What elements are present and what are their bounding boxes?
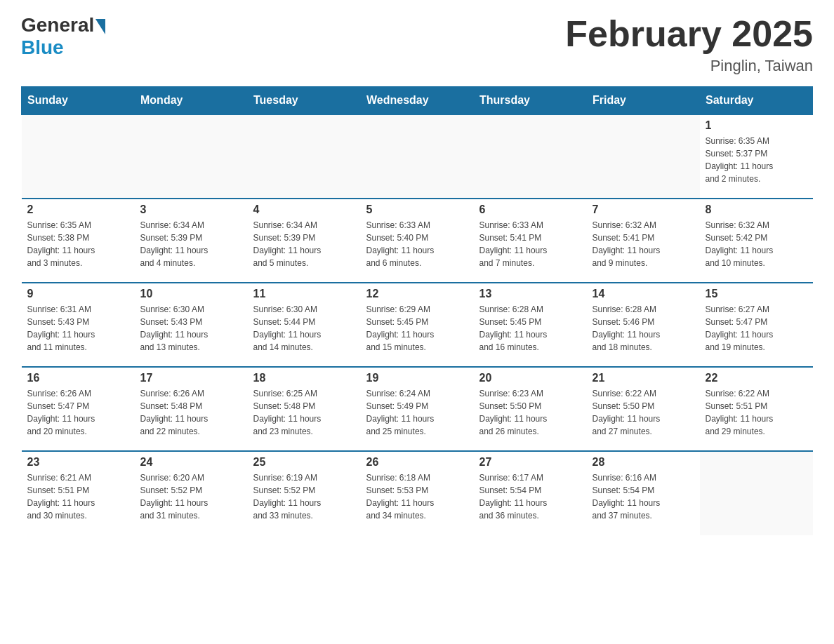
day-number: 22: [706, 372, 807, 384]
calendar-cell-4-4: 19Sunrise: 6:24 AM Sunset: 5:49 PM Dayli…: [361, 367, 474, 451]
calendar-cell-5-6: 28Sunrise: 6:16 AM Sunset: 5:54 PM Dayli…: [587, 451, 700, 535]
day-info: Sunrise: 6:22 AM Sunset: 5:51 PM Dayligh…: [706, 387, 807, 438]
calendar-week-1: 1Sunrise: 6:35 AM Sunset: 5:37 PM Daylig…: [22, 114, 813, 199]
day-info: Sunrise: 6:31 AM Sunset: 5:43 PM Dayligh…: [27, 303, 129, 354]
calendar-cell-3-2: 10Sunrise: 6:30 AM Sunset: 5:43 PM Dayli…: [135, 283, 248, 367]
calendar-header-thursday: Thursday: [474, 87, 587, 115]
logo-triangle-icon: [95, 19, 105, 34]
logo-blue-text: Blue: [21, 36, 64, 59]
calendar-cell-1-6: [587, 114, 700, 199]
day-info: Sunrise: 6:17 AM Sunset: 5:54 PM Dayligh…: [479, 471, 581, 522]
calendar-cell-1-1: [22, 114, 135, 199]
calendar-cell-4-5: 20Sunrise: 6:23 AM Sunset: 5:50 PM Dayli…: [474, 367, 587, 451]
day-info: Sunrise: 6:28 AM Sunset: 5:46 PM Dayligh…: [593, 303, 694, 354]
day-number: 21: [593, 372, 694, 384]
day-number: 3: [140, 203, 242, 216]
day-info: Sunrise: 6:19 AM Sunset: 5:52 PM Dayligh…: [253, 471, 355, 522]
day-number: 10: [140, 288, 242, 300]
day-info: Sunrise: 6:24 AM Sunset: 5:49 PM Dayligh…: [366, 387, 468, 438]
day-number: 15: [706, 288, 807, 300]
day-info: Sunrise: 6:22 AM Sunset: 5:50 PM Dayligh…: [593, 387, 694, 438]
calendar-cell-4-7: 22Sunrise: 6:22 AM Sunset: 5:51 PM Dayli…: [700, 367, 813, 451]
day-info: Sunrise: 6:25 AM Sunset: 5:48 PM Dayligh…: [253, 387, 355, 438]
calendar-cell-5-5: 27Sunrise: 6:17 AM Sunset: 5:54 PM Dayli…: [474, 451, 587, 535]
calendar-week-4: 16Sunrise: 6:26 AM Sunset: 5:47 PM Dayli…: [22, 367, 813, 451]
day-info: Sunrise: 6:26 AM Sunset: 5:47 PM Dayligh…: [27, 387, 129, 438]
calendar-cell-2-6: 7Sunrise: 6:32 AM Sunset: 5:41 PM Daylig…: [587, 199, 700, 283]
day-info: Sunrise: 6:32 AM Sunset: 5:42 PM Dayligh…: [706, 219, 807, 269]
day-number: 28: [593, 456, 694, 469]
day-number: 26: [366, 456, 468, 469]
day-number: 16: [27, 372, 129, 384]
day-number: 27: [479, 456, 581, 469]
calendar-cell-2-2: 3Sunrise: 6:34 AM Sunset: 5:39 PM Daylig…: [135, 199, 248, 283]
day-info: Sunrise: 6:18 AM Sunset: 5:53 PM Dayligh…: [366, 471, 468, 522]
day-number: 17: [140, 372, 242, 384]
calendar-cell-5-4: 26Sunrise: 6:18 AM Sunset: 5:53 PM Dayli…: [361, 451, 474, 535]
calendar-cell-3-1: 9Sunrise: 6:31 AM Sunset: 5:43 PM Daylig…: [22, 283, 135, 367]
calendar-cell-5-7: [700, 451, 813, 535]
calendar-cell-2-5: 6Sunrise: 6:33 AM Sunset: 5:41 PM Daylig…: [474, 199, 587, 283]
calendar-cell-3-7: 15Sunrise: 6:27 AM Sunset: 5:47 PM Dayli…: [700, 283, 813, 367]
calendar-table: SundayMondayTuesdayWednesdayThursdayFrid…: [21, 86, 813, 535]
day-number: 1: [706, 119, 807, 132]
calendar-week-3: 9Sunrise: 6:31 AM Sunset: 5:43 PM Daylig…: [22, 283, 813, 367]
day-number: 19: [366, 372, 468, 384]
day-info: Sunrise: 6:28 AM Sunset: 5:45 PM Dayligh…: [479, 303, 581, 354]
location: Pinglin, Taiwan: [565, 57, 813, 75]
day-number: 5: [366, 203, 468, 216]
calendar-week-2: 2Sunrise: 6:35 AM Sunset: 5:38 PM Daylig…: [22, 199, 813, 283]
calendar-cell-5-3: 25Sunrise: 6:19 AM Sunset: 5:52 PM Dayli…: [248, 451, 361, 535]
day-number: 24: [140, 456, 242, 469]
day-number: 23: [27, 456, 129, 469]
day-number: 18: [253, 372, 355, 384]
day-number: 14: [593, 288, 694, 300]
calendar-cell-4-2: 17Sunrise: 6:26 AM Sunset: 5:48 PM Dayli…: [135, 367, 248, 451]
calendar-cell-5-2: 24Sunrise: 6:20 AM Sunset: 5:52 PM Dayli…: [135, 451, 248, 535]
calendar-cell-4-6: 21Sunrise: 6:22 AM Sunset: 5:50 PM Dayli…: [587, 367, 700, 451]
day-info: Sunrise: 6:34 AM Sunset: 5:39 PM Dayligh…: [253, 219, 355, 269]
calendar-cell-4-1: 16Sunrise: 6:26 AM Sunset: 5:47 PM Dayli…: [22, 367, 135, 451]
day-info: Sunrise: 6:26 AM Sunset: 5:48 PM Dayligh…: [140, 387, 242, 438]
calendar-cell-2-3: 4Sunrise: 6:34 AM Sunset: 5:39 PM Daylig…: [248, 199, 361, 283]
day-number: 6: [479, 203, 581, 216]
day-info: Sunrise: 6:21 AM Sunset: 5:51 PM Dayligh…: [27, 471, 129, 522]
day-info: Sunrise: 6:16 AM Sunset: 5:54 PM Dayligh…: [593, 471, 694, 522]
calendar-cell-1-7: 1Sunrise: 6:35 AM Sunset: 5:37 PM Daylig…: [700, 114, 813, 199]
calendar-header-saturday: Saturday: [700, 87, 813, 115]
day-number: 8: [706, 203, 807, 216]
day-info: Sunrise: 6:33 AM Sunset: 5:40 PM Dayligh…: [366, 219, 468, 269]
day-info: Sunrise: 6:29 AM Sunset: 5:45 PM Dayligh…: [366, 303, 468, 354]
logo: General Blue: [21, 14, 105, 59]
calendar-cell-2-7: 8Sunrise: 6:32 AM Sunset: 5:42 PM Daylig…: [700, 199, 813, 283]
calendar-header-row: SundayMondayTuesdayWednesdayThursdayFrid…: [22, 87, 813, 115]
calendar-cell-3-6: 14Sunrise: 6:28 AM Sunset: 5:46 PM Dayli…: [587, 283, 700, 367]
calendar-cell-4-3: 18Sunrise: 6:25 AM Sunset: 5:48 PM Dayli…: [248, 367, 361, 451]
day-info: Sunrise: 6:35 AM Sunset: 5:37 PM Dayligh…: [706, 135, 807, 185]
calendar-week-5: 23Sunrise: 6:21 AM Sunset: 5:51 PM Dayli…: [22, 451, 813, 535]
day-info: Sunrise: 6:34 AM Sunset: 5:39 PM Dayligh…: [140, 219, 242, 269]
calendar-cell-1-2: [135, 114, 248, 199]
calendar-header-friday: Friday: [587, 87, 700, 115]
day-number: 20: [479, 372, 581, 384]
calendar-cell-3-4: 12Sunrise: 6:29 AM Sunset: 5:45 PM Dayli…: [361, 283, 474, 367]
day-number: 25: [253, 456, 355, 469]
calendar-header-tuesday: Tuesday: [248, 87, 361, 115]
title-section: February 2025 Pinglin, Taiwan: [565, 14, 813, 75]
day-number: 4: [253, 203, 355, 216]
day-number: 12: [366, 288, 468, 300]
day-info: Sunrise: 6:35 AM Sunset: 5:38 PM Dayligh…: [27, 219, 129, 269]
day-number: 13: [479, 288, 581, 300]
day-info: Sunrise: 6:30 AM Sunset: 5:44 PM Dayligh…: [253, 303, 355, 354]
calendar-header-sunday: Sunday: [22, 87, 135, 115]
day-info: Sunrise: 6:27 AM Sunset: 5:47 PM Dayligh…: [706, 303, 807, 354]
day-info: Sunrise: 6:33 AM Sunset: 5:41 PM Dayligh…: [479, 219, 581, 269]
day-info: Sunrise: 6:23 AM Sunset: 5:50 PM Dayligh…: [479, 387, 581, 438]
day-info: Sunrise: 6:30 AM Sunset: 5:43 PM Dayligh…: [140, 303, 242, 354]
day-number: 11: [253, 288, 355, 300]
month-title: February 2025: [565, 14, 813, 54]
page-header: General Blue February 2025 Pinglin, Taiw…: [21, 14, 813, 75]
calendar-cell-3-5: 13Sunrise: 6:28 AM Sunset: 5:45 PM Dayli…: [474, 283, 587, 367]
calendar-cell-2-4: 5Sunrise: 6:33 AM Sunset: 5:40 PM Daylig…: [361, 199, 474, 283]
calendar-cell-3-3: 11Sunrise: 6:30 AM Sunset: 5:44 PM Dayli…: [248, 283, 361, 367]
